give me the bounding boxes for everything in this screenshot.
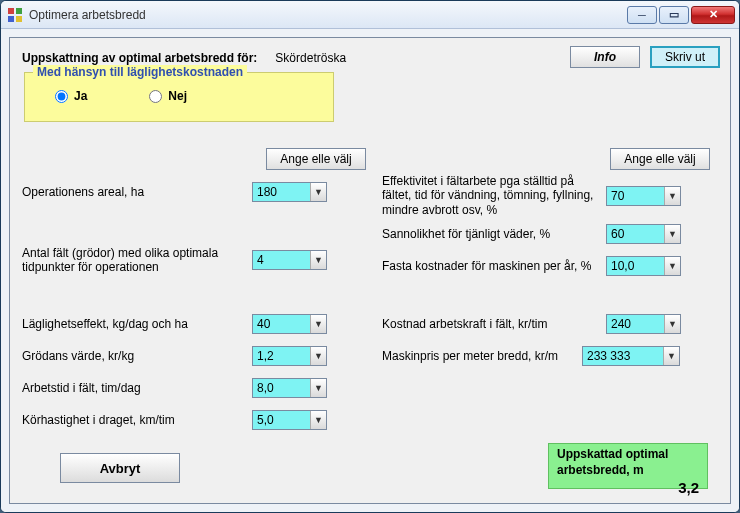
groupbox-laglighet: Med hänsyn till läglighetskostnaden Ja N… bbox=[24, 72, 334, 122]
col-select-right-button[interactable]: Ange elle välj bbox=[610, 148, 710, 170]
info-button[interactable]: Info bbox=[570, 46, 640, 68]
areal-input[interactable] bbox=[253, 183, 310, 201]
pris-combo[interactable]: ▼ bbox=[582, 346, 680, 366]
svg-rect-0 bbox=[8, 8, 14, 14]
radio-yes[interactable] bbox=[55, 90, 68, 103]
header-label: Uppskattning av optimal arbetsbredd för: bbox=[22, 51, 257, 65]
eff-input[interactable] bbox=[607, 187, 664, 205]
kor-label: Körhastighet i draget, km/tim bbox=[22, 413, 252, 427]
fast-input[interactable] bbox=[607, 257, 664, 275]
arb-label: Arbetstid i fält, tim/dag bbox=[22, 381, 252, 395]
chevron-down-icon[interactable]: ▼ bbox=[310, 251, 326, 269]
radio-yes-label[interactable]: Ja bbox=[55, 89, 87, 103]
antal-combo[interactable]: ▼ bbox=[252, 250, 327, 270]
pris-label: Maskinpris per meter bredd, kr/m bbox=[382, 349, 582, 363]
chevron-down-icon[interactable]: ▼ bbox=[310, 347, 326, 365]
arb-combo[interactable]: ▼ bbox=[252, 378, 327, 398]
maximize-button[interactable]: ▭ bbox=[659, 6, 689, 24]
svg-rect-1 bbox=[16, 8, 22, 14]
san-input[interactable] bbox=[607, 225, 664, 243]
app-icon bbox=[7, 7, 23, 23]
kost-input[interactable] bbox=[607, 315, 664, 333]
col-select-left-button[interactable]: Ange elle välj bbox=[266, 148, 366, 170]
areal-combo[interactable]: ▼ bbox=[252, 182, 327, 202]
areal-label: Operationens areal, ha bbox=[22, 185, 252, 199]
eff-combo[interactable]: ▼ bbox=[606, 186, 681, 206]
fast-combo[interactable]: ▼ bbox=[606, 256, 681, 276]
radio-no[interactable] bbox=[149, 90, 162, 103]
chevron-down-icon[interactable]: ▼ bbox=[664, 187, 680, 205]
result-box: Uppskattad optimal arbetsbredd, m 3,2 bbox=[548, 443, 708, 489]
radio-no-label[interactable]: Nej bbox=[149, 89, 187, 103]
kor-combo[interactable]: ▼ bbox=[252, 410, 327, 430]
grod-label: Grödans värde, kr/kg bbox=[22, 349, 252, 363]
chevron-down-icon[interactable]: ▼ bbox=[664, 315, 680, 333]
window-title: Optimera arbetsbredd bbox=[29, 8, 627, 22]
kost-combo[interactable]: ▼ bbox=[606, 314, 681, 334]
result-value: 3,2 bbox=[557, 478, 699, 498]
radio-yes-text: Ja bbox=[74, 89, 87, 103]
titlebar: Optimera arbetsbredd ─ ▭ ✕ bbox=[1, 1, 739, 29]
pris-input[interactable] bbox=[583, 347, 663, 365]
groupbox-title: Med hänsyn till läglighetskostnaden bbox=[33, 65, 247, 79]
chevron-down-icon[interactable]: ▼ bbox=[310, 411, 326, 429]
grod-combo[interactable]: ▼ bbox=[252, 346, 327, 366]
antal-input[interactable] bbox=[253, 251, 310, 269]
close-button[interactable]: ✕ bbox=[691, 6, 735, 24]
kor-input[interactable] bbox=[253, 411, 310, 429]
lagl-combo[interactable]: ▼ bbox=[252, 314, 327, 334]
result-label: Uppskattad optimal arbetsbredd, m bbox=[557, 447, 699, 478]
chevron-down-icon[interactable]: ▼ bbox=[310, 183, 326, 201]
chevron-down-icon[interactable]: ▼ bbox=[310, 379, 326, 397]
header-value: Skördetröska bbox=[275, 51, 346, 65]
radio-no-text: Nej bbox=[168, 89, 187, 103]
print-button[interactable]: Skriv ut bbox=[650, 46, 720, 68]
chevron-down-icon[interactable]: ▼ bbox=[664, 225, 680, 243]
app-window: Optimera arbetsbredd ─ ▭ ✕ Uppskattning … bbox=[0, 0, 740, 513]
chevron-down-icon[interactable]: ▼ bbox=[310, 315, 326, 333]
client-area: Uppskattning av optimal arbetsbredd för:… bbox=[1, 29, 739, 512]
lagl-label: Läglighetseffekt, kg/dag och ha bbox=[22, 317, 252, 331]
antal-label: Antal fält (grödor) med olika optimala t… bbox=[22, 246, 252, 275]
window-buttons: ─ ▭ ✕ bbox=[627, 6, 735, 24]
svg-rect-3 bbox=[16, 16, 22, 22]
lagl-input[interactable] bbox=[253, 315, 310, 333]
kost-label: Kostnad arbetskraft i fält, kr/tim bbox=[382, 317, 606, 331]
svg-rect-2 bbox=[8, 16, 14, 22]
minimize-button[interactable]: ─ bbox=[627, 6, 657, 24]
main-panel: Uppskattning av optimal arbetsbredd för:… bbox=[9, 37, 731, 504]
fast-label: Fasta kostnader för maskinen per år, % bbox=[382, 259, 606, 273]
chevron-down-icon[interactable]: ▼ bbox=[664, 257, 680, 275]
cancel-button[interactable]: Avbryt bbox=[60, 453, 180, 483]
san-combo[interactable]: ▼ bbox=[606, 224, 681, 244]
form-area: Operationens areal, ha ▼ Antal fält (grö… bbox=[22, 174, 718, 455]
chevron-down-icon[interactable]: ▼ bbox=[663, 347, 679, 365]
eff-label: Effektivitet i fältarbete pga ställtid p… bbox=[382, 174, 606, 217]
san-label: Sannolikhet för tjänligt väder, % bbox=[382, 227, 606, 241]
arb-input[interactable] bbox=[253, 379, 310, 397]
grod-input[interactable] bbox=[253, 347, 310, 365]
